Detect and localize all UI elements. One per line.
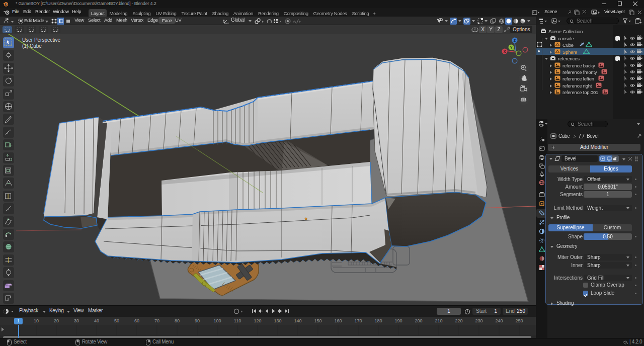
- svg-text:Z: Z: [514, 39, 516, 42]
- svg-text:Y: Y: [510, 46, 513, 49]
- svg-text:X: X: [504, 50, 506, 53]
